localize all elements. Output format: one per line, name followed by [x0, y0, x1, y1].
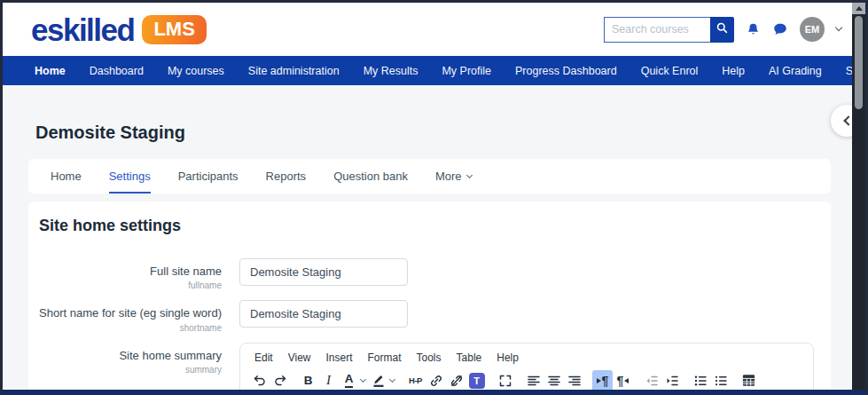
align-right-icon[interactable] — [564, 370, 584, 391]
app-window: eskilled LMS EM — [0, 0, 868, 395]
rich-text-editor: Edit View Insert Format Tools Table Help — [239, 343, 814, 391]
header-actions: EM — [604, 17, 841, 43]
undo-icon[interactable] — [249, 370, 270, 391]
shortname-input[interactable] — [239, 300, 408, 328]
nav-item-ai-grading[interactable]: AI Grading — [769, 65, 822, 77]
user-menu-chevron-down-icon[interactable] — [835, 24, 842, 31]
nav-item-home[interactable]: Home — [35, 65, 66, 77]
nav-item-dashboard[interactable]: Dashboard — [90, 65, 144, 77]
search-submit-button[interactable] — [710, 17, 734, 43]
fullname-label: Full site name — [39, 265, 222, 279]
logo[interactable]: eskilled LMS — [31, 14, 207, 45]
section-heading: Site home settings — [39, 217, 831, 235]
summary-label: Site home summary — [39, 349, 222, 363]
outdent-icon[interactable] — [641, 370, 661, 391]
nav-item-progress-dashboard[interactable]: Progress Dashboard — [515, 65, 617, 77]
redo-icon[interactable] — [270, 370, 290, 391]
italic-icon[interactable]: I — [318, 370, 339, 391]
tab-reports[interactable]: Reports — [266, 159, 307, 194]
h5p-icon[interactable]: H-P — [405, 370, 426, 391]
lms-badge: LMS — [142, 15, 206, 44]
fullname-machine-name: fullname — [39, 280, 222, 290]
text-color-chevron-down-icon[interactable] — [360, 375, 366, 382]
editor-menu-view[interactable]: View — [288, 352, 311, 364]
editor-menu-tools[interactable]: Tools — [417, 352, 442, 364]
vertical-scrollbar[interactable] — [852, 3, 865, 390]
teams-icon[interactable]: T — [466, 370, 487, 391]
link-icon[interactable] — [426, 370, 446, 391]
nav-item-quick-enrol[interactable]: Quick Enrol — [641, 65, 699, 77]
tab-home[interactable]: Home — [51, 159, 82, 194]
bell-icon[interactable] — [746, 22, 761, 37]
more-chevron-down-icon — [466, 171, 473, 178]
nav-item-my-profile[interactable]: My Profile — [442, 65, 491, 77]
indent-icon[interactable] — [661, 370, 682, 391]
settings-form-card: Site home settings Full site name fullna… — [28, 201, 831, 390]
page-title: Demosite Staging — [35, 122, 852, 143]
unlink-icon[interactable] — [446, 370, 466, 391]
editor-menubar: Edit View Insert Format Tools Table Help — [240, 344, 813, 367]
shortname-machine-name: shortname — [39, 323, 222, 333]
course-search — [604, 17, 734, 43]
nav-item-site-administration[interactable]: Site administration — [248, 65, 340, 77]
editor-menu-edit[interactable]: Edit — [254, 352, 273, 364]
scrollbar-up-arrow-icon[interactable] — [852, 3, 865, 14]
fullname-input[interactable] — [239, 258, 408, 286]
bold-icon[interactable]: B — [298, 370, 318, 391]
editor-menu-format[interactable]: Format — [368, 352, 402, 364]
numbered-list-icon[interactable] — [710, 370, 731, 391]
editor-toolbar: B I A H-P — [240, 367, 813, 391]
shortname-label: Short name for site (eg single word) — [39, 306, 222, 320]
scrollbar-thumb[interactable] — [855, 16, 863, 109]
direction-rtl-icon[interactable]: ¶ — [613, 370, 633, 391]
chevron-left-icon — [843, 115, 852, 125]
logo-text: eskilled — [31, 14, 134, 45]
fullscreen-icon[interactable] — [495, 370, 515, 391]
primary-navigation: Home Dashboard My courses Site administr… — [3, 56, 852, 85]
highlight-color-icon[interactable] — [368, 370, 388, 391]
tab-more[interactable]: More — [435, 159, 472, 194]
tab-settings[interactable]: Settings — [109, 159, 151, 194]
align-center-icon[interactable] — [543, 370, 564, 391]
align-left-icon[interactable] — [523, 370, 543, 391]
avatar[interactable]: EM — [800, 17, 825, 42]
search-input[interactable] — [604, 17, 710, 43]
nav-item-help[interactable]: Help — [722, 65, 745, 77]
form-row-fullname: Full site name fullname — [39, 258, 831, 290]
nav-item-my-courses[interactable]: My courses — [168, 65, 224, 77]
editor-menu-help[interactable]: Help — [497, 352, 519, 364]
editor-menu-insert[interactable]: Insert — [325, 352, 352, 364]
editor-menu-table[interactable]: Table — [457, 352, 482, 364]
direction-ltr-icon[interactable]: ¶ — [592, 370, 613, 391]
secondary-navigation: Home Settings Participants Reports Quest… — [28, 159, 831, 194]
form-row-shortname: Short name for site (eg single word) sho… — [39, 300, 831, 332]
search-icon — [716, 21, 729, 37]
nav-item-support[interactable]: Support — [846, 65, 852, 77]
main-content: Demosite Staging Home Settings Participa… — [3, 122, 852, 390]
chat-icon[interactable] — [772, 21, 788, 37]
tab-participants[interactable]: Participants — [178, 159, 239, 194]
tab-more-label: More — [435, 170, 462, 183]
highlight-color-chevron-down-icon[interactable] — [389, 375, 395, 382]
form-row-summary: Site home summary summary Edit View Inse… — [39, 343, 831, 391]
summary-machine-name: summary — [39, 365, 222, 375]
nav-item-my-results[interactable]: My Results — [364, 65, 418, 77]
text-color-icon[interactable]: A — [345, 373, 354, 388]
header: eskilled LMS EM — [3, 3, 852, 56]
viewport: eskilled LMS EM — [3, 3, 852, 390]
bullet-list-icon[interactable] — [690, 370, 710, 391]
table-grid-icon[interactable] — [739, 370, 759, 391]
tab-question-bank[interactable]: Question bank — [333, 159, 408, 194]
